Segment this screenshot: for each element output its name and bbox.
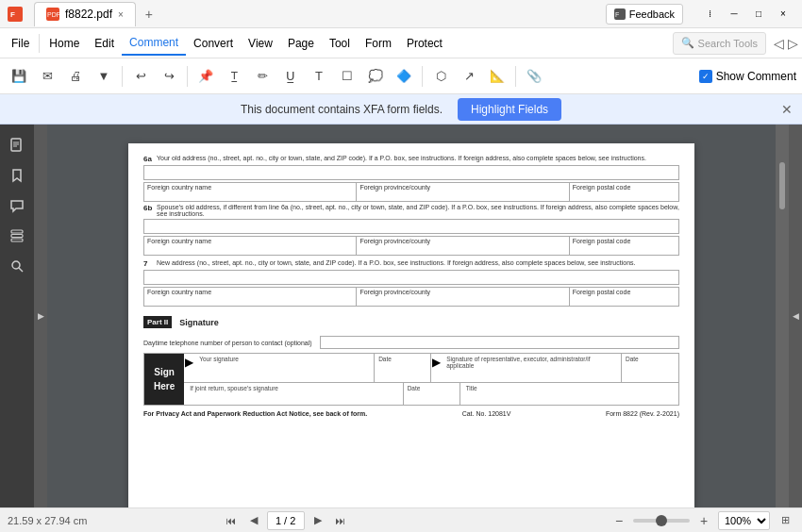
menu-page[interactable]: Page xyxy=(280,31,322,56)
foreign-province-6b-input[interactable] xyxy=(359,244,565,254)
zoom-select[interactable]: 100% 75% 125% 150% xyxy=(718,511,770,530)
toolbar-measure-btn[interactable]: 📐 xyxy=(484,63,510,90)
toolbar-textbox-btn[interactable]: ☐ xyxy=(334,63,360,90)
svg-line-14 xyxy=(19,268,23,272)
panel-icon-layers[interactable] xyxy=(4,223,30,249)
minimize-btn[interactable]: ─ xyxy=(723,4,745,25)
nav-prev-btn[interactable]: ◀ xyxy=(244,511,263,530)
show-comment-checkbox[interactable]: ✓ xyxy=(699,70,712,83)
new-tab-btn[interactable]: + xyxy=(140,5,159,24)
page-number-input[interactable] xyxy=(267,511,305,530)
statusbar: 21.59 x 27.94 cm ⏮ ◀ ▶ ⏭ − + 100% 75% 12… xyxy=(0,507,802,532)
date-input-3[interactable] xyxy=(408,391,456,403)
title-input[interactable] xyxy=(466,391,673,403)
toolbar-highlight-btn[interactable]: ✏ xyxy=(249,63,276,90)
foreign-province-7-input[interactable] xyxy=(359,295,565,305)
foreign-postal-input[interactable] xyxy=(573,191,676,200)
search-tools-box[interactable]: 🔍 Search Tools xyxy=(673,32,766,55)
daytime-phone-input[interactable] xyxy=(320,336,679,349)
menu-convert[interactable]: Convert xyxy=(186,31,241,56)
toolbar-markup-btn[interactable]: T̲ xyxy=(221,63,247,90)
tab-close-btn[interactable]: × xyxy=(118,9,124,20)
toolbar-stamp-btn[interactable]: 🔷 xyxy=(391,63,417,90)
sign-row-2: If joint return, spouse's signature Date… xyxy=(184,383,678,405)
foreign-country-6b-input[interactable] xyxy=(147,244,353,254)
panel-icon-page[interactable] xyxy=(4,132,30,158)
scrollbar-thumb[interactable] xyxy=(779,162,785,209)
foreign-row-6a: Foreign country name Foreign province/co… xyxy=(143,182,679,202)
toolbar-text-btn[interactable]: T xyxy=(306,63,332,90)
section-7-text: New address (no., street, apt. no., city… xyxy=(157,259,679,266)
xfa-close-btn[interactable]: ✕ xyxy=(781,102,793,117)
toolbar-arrow-btn[interactable]: ↗ xyxy=(456,63,482,90)
menu-edit[interactable]: Edit xyxy=(87,31,122,56)
date-input-2[interactable] xyxy=(626,362,675,374)
separator-icon: ⁞ xyxy=(698,4,721,25)
zoom-thumb xyxy=(656,515,667,526)
zoom-slider[interactable] xyxy=(633,519,690,523)
toolbar-sticky-note-btn[interactable]: 📌 xyxy=(192,63,219,90)
tab-filename: f8822.pdf xyxy=(65,8,112,21)
active-tab[interactable]: PDF f8822.pdf × xyxy=(34,2,136,26)
arrow-marker-1: ▶ xyxy=(185,356,193,369)
menu-comment[interactable]: Comment xyxy=(122,31,186,56)
toolbar-email-btn[interactable]: ✉ xyxy=(34,63,60,90)
foreign-province-input[interactable] xyxy=(359,191,565,200)
foreign-country-7-input[interactable] xyxy=(147,295,353,305)
show-comment-toggle[interactable]: ✓ Show Comment xyxy=(699,70,796,83)
zoom-out-btn[interactable]: − xyxy=(610,512,627,529)
panel-expand-toggle[interactable]: ▶ xyxy=(34,125,47,507)
section-6b-row: 6b Spouse's old address, if different fr… xyxy=(143,204,679,217)
toolbar-print-btn[interactable]: 🖨 xyxy=(62,63,89,90)
panel-icon-comment[interactable] xyxy=(4,192,30,219)
date-cell-3: Date xyxy=(404,383,460,405)
foreign-country-7-label: Foreign country name xyxy=(147,289,353,295)
toolbar-redo-btn[interactable]: ↪ xyxy=(156,63,182,90)
highlight-fields-btn[interactable]: Highlight Fields xyxy=(458,98,561,121)
date-input-1[interactable] xyxy=(378,362,426,374)
pdf-area[interactable]: 6a Your old address (no., street, apt. n… xyxy=(47,125,776,507)
feedback-button[interactable]: F Feedback xyxy=(606,4,683,25)
address-6a-input[interactable] xyxy=(143,165,679,180)
address-6b-input[interactable] xyxy=(143,219,679,234)
address-7-input[interactable] xyxy=(143,270,679,285)
nav-first-btn[interactable]: ⏮ xyxy=(222,511,241,530)
right-panel-toggle[interactable]: ◀ xyxy=(789,125,802,507)
foreign-country-input[interactable] xyxy=(147,191,353,200)
toolbar-save-btn[interactable]: 💾 xyxy=(6,63,32,90)
nav-forward-icon[interactable]: ▷ xyxy=(788,36,798,51)
toolbar-dropdown-btn[interactable]: ▼ xyxy=(91,63,117,90)
nav-next-btn[interactable]: ▶ xyxy=(309,511,327,530)
panel-icon-bookmark[interactable] xyxy=(4,162,30,189)
rep-signature-input[interactable] xyxy=(437,369,615,380)
menu-home[interactable]: Home xyxy=(42,31,87,56)
toolbar-callout-btn[interactable]: 💭 xyxy=(362,63,389,90)
foreign-postal-6b-input[interactable] xyxy=(573,244,676,254)
zoom-in-btn[interactable]: + xyxy=(695,512,712,529)
toolbar-underline-btn[interactable]: U̲ xyxy=(277,63,304,90)
foreign-postal-7-input[interactable] xyxy=(573,295,676,305)
svg-rect-12 xyxy=(11,239,23,241)
restore-btn[interactable]: □ xyxy=(747,4,770,25)
show-comment-text: Show Comment xyxy=(716,70,796,83)
date-label-2: Date xyxy=(626,356,675,362)
nav-last-btn[interactable]: ⏭ xyxy=(331,511,350,530)
part-ii-label: Part II xyxy=(143,316,172,328)
menu-view[interactable]: View xyxy=(241,31,280,56)
toolbar-attach-btn[interactable]: 📎 xyxy=(521,63,547,90)
panel-icon-search[interactable] xyxy=(4,253,30,279)
menu-protect[interactable]: Protect xyxy=(399,31,450,56)
titlebar-right: F Feedback ⁞ ─ □ × xyxy=(606,4,794,25)
nav-back-icon[interactable]: ◁ xyxy=(774,36,784,51)
fit-page-btn[interactable]: ⊞ xyxy=(776,511,794,530)
toolbar-shape-btn[interactable]: ⬡ xyxy=(427,63,454,90)
scrollbar-right[interactable] xyxy=(776,125,789,507)
menu-form[interactable]: Form xyxy=(358,31,399,56)
menu-tool[interactable]: Tool xyxy=(322,31,358,56)
toolbar-undo-btn[interactable]: ↩ xyxy=(127,63,154,90)
joint-return-input[interactable] xyxy=(190,391,396,403)
date-label-3: Date xyxy=(408,385,456,391)
close-window-btn[interactable]: × xyxy=(772,4,794,25)
menu-file[interactable]: File xyxy=(4,31,37,56)
your-signature-input[interactable] xyxy=(190,362,368,374)
